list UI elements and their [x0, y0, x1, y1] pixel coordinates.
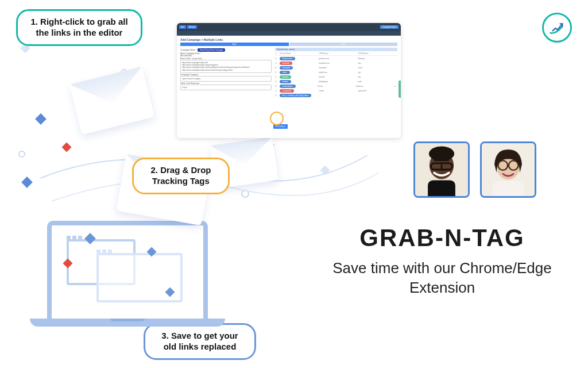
table-row[interactable]: ☐this_is_medium_with_high_hopes — [275, 94, 397, 97]
avatar — [480, 141, 536, 198]
table-row[interactable]: ☐abc.defabc.defabc — [275, 75, 397, 79]
table-row[interactable]: ☐facebookfacebook.comads — [275, 62, 397, 65]
campaign-name-value[interactable]: Grab-N-Tag | Demo Campaign — [198, 48, 226, 52]
brand-logo — [542, 13, 572, 43]
right-panel-title: Channels (utm_source) — [275, 48, 397, 51]
callout-step1: 1. Right-click to grab all the links in … — [16, 9, 142, 46]
laptop-illustration — [30, 221, 225, 351]
deco-square — [21, 177, 33, 188]
app-nav-btn[interactable]: Manage — [187, 25, 197, 29]
label-campaign-name: Campaign Name * — [180, 49, 197, 51]
links-textarea[interactable]: https://www.campaigntrackly.com/ https:/… — [180, 60, 272, 73]
app-step-1[interactable]: Step 1 — [180, 43, 289, 46]
app-brand-chip: CampaignTracker — [380, 25, 399, 29]
table-row[interactable]: ☐twittertwitter.comcpc — [275, 71, 397, 74]
app-nav-btn[interactable]: New — [179, 25, 186, 29]
app-screenshot: New Manage CampaignTracker Add Campaign … — [177, 23, 401, 138]
svg-rect-6 — [434, 156, 449, 161]
avatar — [413, 141, 470, 198]
table-row[interactable]: ☐newsletternewsletteremail — [275, 66, 397, 70]
deco-square — [35, 113, 47, 125]
app-page-title: Add Campaign > Multiple Links — [180, 38, 397, 41]
envelope-illustration — [69, 67, 154, 135]
table-row[interactable]: ☐Pinterest.defpinterest.comPinterest — [275, 57, 397, 60]
svg-rect-2 — [428, 180, 455, 196]
table-row[interactable]: ☐linkedinlinkedinpostpaid — [275, 80, 397, 83]
category-input[interactable]: Type to search category — [180, 76, 272, 82]
deco-ring — [18, 151, 25, 158]
save-step2-button[interactable]: Go to Step 2 — [273, 124, 288, 129]
table-row[interactable]: ☐facebookpostfb.comunbounce⊖ — [275, 85, 397, 88]
avatar-group — [413, 141, 536, 198]
shortener-select[interactable]: ct.ly.su — [180, 85, 272, 90]
channels-table: ☐ Channel Name UTM Source UTM Medium ☐Pi… — [275, 52, 397, 97]
col-medium: UTM Medium — [358, 52, 397, 55]
product-title: GRAB-N-TAG — [316, 224, 568, 252]
table-row[interactable]: ☐survey1242surveysponsored — [275, 89, 397, 93]
col-channel: Channel Name — [280, 52, 319, 55]
campaign-date-value[interactable]: 10/31/2022 — [183, 55, 192, 57]
side-feedback-tab[interactable] — [399, 80, 401, 98]
svg-rect-9 — [492, 181, 524, 196]
col-source: UTM Source — [319, 52, 358, 55]
app-step-bar: Step 1 Step 2 — [180, 43, 397, 46]
product-subtitle: Save time with our Chrome/Edge Extension — [316, 259, 568, 298]
callout-step2: 2. Drag & Drop Tracking Tags — [132, 158, 230, 194]
chart-up-icon — [548, 19, 566, 36]
app-step-2[interactable]: Step 2 — [289, 43, 398, 46]
